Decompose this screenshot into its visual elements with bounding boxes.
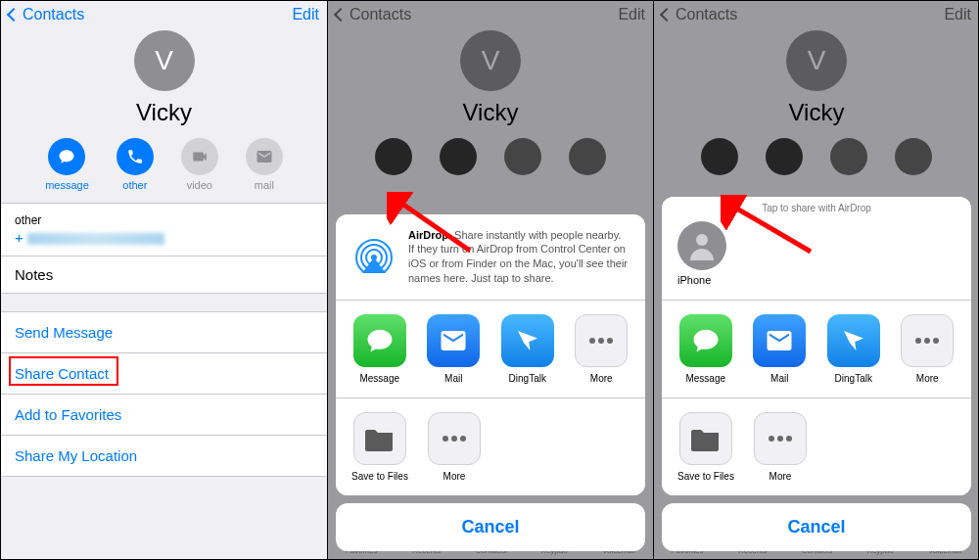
- svg-point-7: [443, 436, 448, 442]
- back-button[interactable]: Contacts: [9, 6, 84, 23]
- edit-button[interactable]: Edit: [292, 6, 319, 23]
- svg-point-15: [769, 436, 774, 442]
- quick-actions: message other video mail: [1, 138, 327, 203]
- send-message-row[interactable]: Send Message: [1, 312, 327, 353]
- avatar-initial: V: [155, 45, 173, 76]
- action-call[interactable]: other: [117, 138, 154, 191]
- person-icon: [677, 221, 726, 270]
- phone-row[interactable]: other +: [1, 204, 327, 256]
- share-actions-row: Save to Files More: [662, 398, 971, 495]
- svg-point-6: [607, 338, 613, 344]
- action-message[interactable]: message: [45, 138, 89, 191]
- chevron-left-icon: [7, 8, 21, 22]
- action-mail[interactable]: mail: [246, 138, 283, 191]
- action-label: message: [45, 179, 89, 191]
- svg-point-4: [589, 338, 595, 344]
- share-sheet: Tap to share with AirDrop iPhone Message…: [662, 197, 971, 551]
- svg-point-9: [460, 436, 466, 442]
- more-icon: [575, 314, 628, 367]
- svg-point-5: [598, 338, 604, 344]
- action-label: other: [122, 179, 147, 191]
- phone-section: other + Notes: [1, 203, 327, 294]
- phone-label: other: [15, 213, 313, 227]
- files-icon: [353, 412, 406, 465]
- cancel-button[interactable]: Cancel: [336, 503, 645, 551]
- contact-name: Vicky: [136, 99, 192, 126]
- action-label: video: [187, 179, 212, 191]
- share-mail[interactable]: Mail: [752, 314, 809, 384]
- message-app-icon: [353, 314, 406, 367]
- airdrop-hint: Tap to share with AirDrop: [662, 197, 971, 215]
- mail-app-icon: [753, 314, 806, 367]
- contact-avatar: V: [134, 30, 195, 91]
- more-icon: [754, 412, 807, 465]
- panel-share-airdrop-info: Contacts Edit V Vicky Favorites Recents …: [327, 1, 653, 559]
- add-favorites-row[interactable]: Add to Favorites: [1, 395, 327, 436]
- panel-share-airdrop-device: Contacts Edit V Vicky Favorites Recents …: [653, 1, 979, 559]
- svg-point-12: [915, 338, 921, 344]
- share-more-apps[interactable]: More: [900, 314, 956, 384]
- share-card: AirDrop. Share instantly with people nea…: [336, 214, 645, 495]
- dingtalk-app-icon: [827, 314, 880, 367]
- panel-contact-detail: Contacts Edit V Vicky message other vide…: [1, 1, 327, 559]
- files-icon: [679, 412, 732, 465]
- svg-point-14: [933, 338, 939, 344]
- link-section: Send Message Share Contact Add to Favori…: [1, 311, 327, 477]
- share-more-actions[interactable]: More: [752, 412, 809, 482]
- notes-label: Notes: [15, 266, 53, 283]
- airdrop-device-row[interactable]: iPhone: [662, 215, 971, 301]
- svg-point-11: [696, 234, 708, 246]
- airdrop-info-row[interactable]: AirDrop. Share instantly with people nea…: [336, 214, 645, 301]
- dingtalk-app-icon: [501, 314, 554, 367]
- more-icon: [428, 412, 481, 465]
- airdrop-icon: [351, 228, 396, 273]
- more-icon: [901, 314, 954, 367]
- mail-icon: [246, 138, 283, 175]
- share-contact-row[interactable]: Share Contact: [1, 353, 327, 395]
- share-more-apps[interactable]: More: [574, 314, 630, 384]
- share-save-files[interactable]: Save to Files: [677, 412, 734, 482]
- device-name: iPhone: [677, 274, 711, 286]
- phone-prefix: +: [15, 229, 23, 246]
- airdrop-title: AirDrop: [408, 229, 448, 241]
- action-label: mail: [255, 179, 274, 191]
- svg-point-16: [777, 436, 783, 442]
- video-icon: [181, 138, 218, 175]
- contact-header: V Vicky: [1, 28, 327, 126]
- notes-row[interactable]: Notes: [1, 256, 327, 293]
- share-mail[interactable]: Mail: [426, 314, 483, 384]
- share-dingtalk[interactable]: DingTalk: [825, 314, 882, 384]
- mail-app-icon: [427, 314, 480, 367]
- svg-point-17: [786, 436, 792, 442]
- share-message[interactable]: Message: [351, 314, 408, 384]
- share-apps-row: Message Mail DingTalk More: [662, 301, 971, 398]
- cancel-button[interactable]: Cancel: [662, 503, 971, 551]
- svg-point-13: [924, 338, 930, 344]
- navbar: Contacts Edit: [1, 1, 327, 28]
- share-actions-row: Save to Files More: [336, 398, 645, 495]
- message-app-icon: [679, 314, 732, 367]
- share-save-files[interactable]: Save to Files: [351, 412, 408, 482]
- message-icon: [48, 138, 85, 175]
- share-message[interactable]: Message: [677, 314, 734, 384]
- share-card: Tap to share with AirDrop iPhone Message…: [662, 197, 971, 495]
- share-location-row[interactable]: Share My Location: [1, 436, 327, 477]
- airdrop-text: AirDrop. Share instantly with people nea…: [408, 228, 629, 286]
- share-dingtalk[interactable]: DingTalk: [499, 314, 556, 384]
- back-label: Contacts: [23, 6, 84, 23]
- phone-icon: [117, 138, 154, 175]
- action-video[interactable]: video: [181, 138, 218, 191]
- share-more-actions[interactable]: More: [426, 412, 483, 482]
- phone-value-blurred: [27, 233, 164, 245]
- share-apps-row: Message Mail DingTalk More: [336, 301, 645, 398]
- share-sheet: AirDrop. Share instantly with people nea…: [336, 214, 645, 551]
- svg-point-8: [451, 436, 457, 442]
